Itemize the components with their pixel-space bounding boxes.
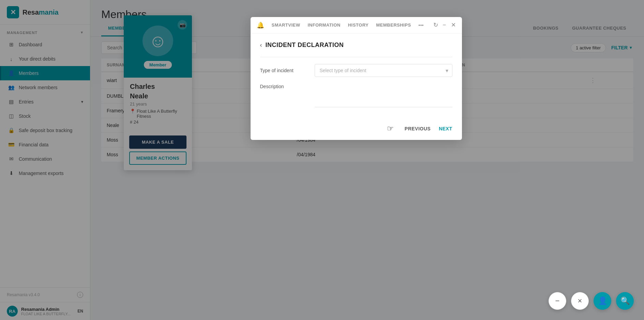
type-label: Type of incident <box>260 68 315 73</box>
description-textarea[interactable] <box>315 84 452 107</box>
float-search-button[interactable]: 🔍 <box>616 292 634 310</box>
cursor-icon: ☞ <box>387 124 394 133</box>
type-select-wrap: Select type of incident ▾ <box>315 64 452 77</box>
float-close-button[interactable]: × <box>571 292 589 310</box>
notification-bell-icon[interactable]: 🔔 <box>257 21 264 29</box>
modal-tab-smartview[interactable]: SMARTVIEW <box>272 21 300 29</box>
next-button[interactable]: NEXT <box>439 126 452 131</box>
modal-tab-information[interactable]: INFORMATION <box>308 21 340 29</box>
modal-close-button[interactable]: ✕ <box>451 21 456 29</box>
float-search-icon: 🔍 <box>620 297 630 305</box>
modal-title: INCIDENT DECLARATION <box>266 42 344 49</box>
form-row-description: Description <box>260 84 452 107</box>
floating-buttons: − × 👤 🔍 <box>549 292 634 310</box>
incident-modal: 🔔 SMARTVIEW INFORMATION HISTORY MEMBERSH… <box>251 17 462 140</box>
modal-topbar: 🔔 SMARTVIEW INFORMATION HISTORY MEMBERSH… <box>251 17 462 33</box>
description-label: Description <box>260 84 315 89</box>
type-of-incident-select[interactable]: Select type of incident <box>315 64 452 77</box>
modal-body: ‹ INCIDENT DECLARATION Type of incident … <box>251 33 462 121</box>
float-user-button[interactable]: 👤 <box>594 292 611 310</box>
modal-footer: ☞ PREVIOUS NEXT <box>251 121 462 140</box>
modal-tab-memberships[interactable]: MEMBERSHIPS <box>376 21 411 29</box>
previous-button[interactable]: PREVIOUS <box>405 126 431 131</box>
modal-tab-history[interactable]: HISTORY <box>348 21 369 29</box>
modal-back-button[interactable]: ‹ <box>260 42 262 49</box>
modal-more-button[interactable]: ••• <box>419 21 424 29</box>
modal-title-bar: ‹ INCIDENT DECLARATION <box>260 42 452 49</box>
modal-controls: ↻ − ✕ <box>433 21 456 29</box>
form-row-type: Type of incident Select type of incident… <box>260 64 452 77</box>
float-user-icon: 👤 <box>598 297 607 305</box>
modal-overlay: 🔔 SMARTVIEW INFORMATION HISTORY MEMBERSH… <box>0 0 644 320</box>
float-minus-button[interactable]: − <box>549 292 566 310</box>
modal-refresh-button[interactable]: ↻ <box>433 21 438 29</box>
modal-minimize-button[interactable]: − <box>443 22 446 29</box>
modal-tabs: 🔔 SMARTVIEW INFORMATION HISTORY MEMBERSH… <box>257 21 424 29</box>
modal-divider <box>260 57 452 57</box>
